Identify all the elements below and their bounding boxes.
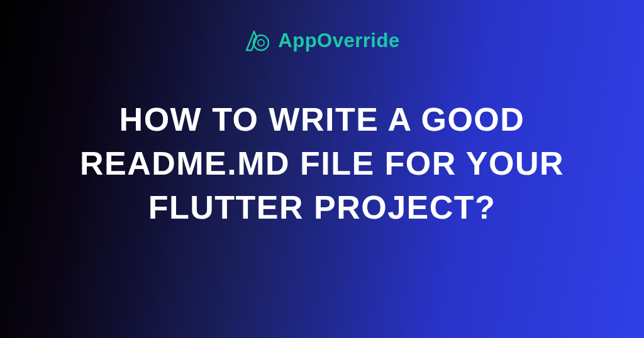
svg-point-1: [258, 40, 264, 46]
brand-logo: AppOverride: [244, 28, 399, 53]
article-title: How to write a good readme.md file for y…: [55, 97, 589, 230]
app-override-logo-icon: [244, 28, 269, 53]
svg-point-0: [253, 35, 269, 50]
brand-name: AppOverride: [278, 30, 399, 52]
